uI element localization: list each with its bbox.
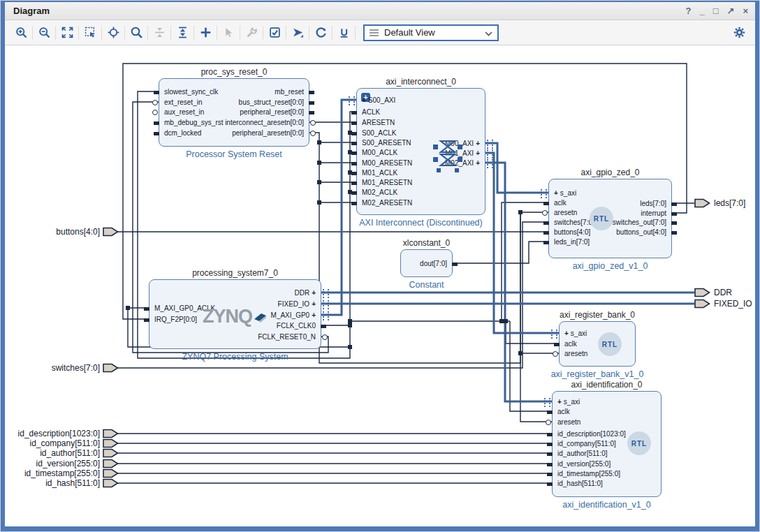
interface-pin-connector[interactable] xyxy=(323,289,329,298)
port-axi_gpio_zed_0-buttons40[interactable]: buttons[4:0] xyxy=(554,228,590,237)
port-axi_interconnect_0-aclk[interactable]: ACLK xyxy=(362,108,380,117)
external-port-id_company5110[interactable]: id_company[511:0] xyxy=(0,438,119,448)
port-proc_sys_reset_0-peripheral_aresetn00[interactable]: peripheral_aresetn[0:0] xyxy=(232,129,304,138)
pin-stub[interactable] xyxy=(543,231,549,235)
reset-pin[interactable] xyxy=(310,131,316,136)
optimize-routing-icon[interactable] xyxy=(335,24,353,42)
interface-pin-connector[interactable] xyxy=(487,159,493,168)
reset-pin[interactable] xyxy=(546,420,551,425)
interface-pin-connector[interactable] xyxy=(541,189,547,198)
settings-gear-icon[interactable] xyxy=(730,24,748,42)
external-port-ddr[interactable]: DDR xyxy=(694,288,732,297)
validate-design-icon[interactable] xyxy=(265,24,284,42)
maximize-button[interactable]: □ xyxy=(713,5,719,17)
add-ip-icon[interactable] xyxy=(196,24,214,42)
pin-stub[interactable] xyxy=(671,202,677,206)
pin-stub[interactable] xyxy=(452,263,458,266)
block-axi_interconnect_0[interactable]: axi_interconnect_0AXI Interconnect (Disc… xyxy=(356,88,485,215)
port-processing_system7_0-fclk_reset0_n[interactable]: FCLK_RESET0_N xyxy=(258,333,316,341)
interface-pin-connector[interactable] xyxy=(551,330,557,339)
pin-stub[interactable] xyxy=(321,325,326,328)
port-proc_sys_reset_0-interconnect_aresetn00[interactable]: interconnect_aresetn[0:0] xyxy=(225,119,304,127)
pin-stub[interactable] xyxy=(309,111,314,114)
pin-stub[interactable] xyxy=(154,91,159,94)
expand-hierarchy-icon[interactable] xyxy=(173,24,191,42)
port-axi_interconnect_0-m02_aclk[interactable]: M02_ACLK xyxy=(362,189,397,197)
external-port-switches70[interactable]: switches[7:0] xyxy=(0,363,119,373)
port-axi_gpio_zed_0-aresetn[interactable]: aresetn xyxy=(554,209,577,217)
expand-port-icon[interactable]: + xyxy=(312,300,316,308)
block-processing_system7_0[interactable]: processing_system7_0ZYNQ7 Processing Sys… xyxy=(149,279,321,349)
pin-icon[interactable] xyxy=(288,24,307,42)
port-processing_system7_0-irq_f2p00[interactable]: IRQ_F2P[0:0] xyxy=(154,316,197,324)
expand-port-icon[interactable]: + xyxy=(312,311,316,319)
port-axi_gpio_zed_0-aclk[interactable]: aclk xyxy=(554,199,567,207)
pin-stub[interactable] xyxy=(351,121,357,125)
pin-stub[interactable] xyxy=(351,182,357,185)
port-axi_interconnect_0-s00_aresetn[interactable]: S00_ARESETN xyxy=(362,139,411,147)
minimize-button[interactable]: _ xyxy=(699,5,704,17)
reset-pin[interactable] xyxy=(152,100,158,105)
port-proc_sys_reset_0-mb_debug_sys_rst[interactable]: mb_debug_sys_rst xyxy=(164,119,224,127)
port-axi_gpio_zed_0-interrupt[interactable]: interrupt xyxy=(641,209,666,218)
port-axi_identification_0-id_hash5110[interactable]: id_hash[511:0] xyxy=(557,480,603,488)
port-axi_interconnect_0-m01_aresetn[interactable]: M01_ARESETN xyxy=(362,179,412,187)
pin-stub[interactable] xyxy=(547,411,553,414)
external-port-id_hash5110[interactable]: id_hash[511:0] xyxy=(0,478,119,488)
zoom-in-icon[interactable] xyxy=(12,24,30,42)
port-axi_identification_0-id_description10230[interactable]: id_description[1023:0] xyxy=(557,430,626,438)
port-axi_identification_0-id_timestamp2550[interactable]: id_timestamp[255:0] xyxy=(557,470,620,478)
expand-port-icon[interactable]: + xyxy=(564,330,569,337)
expand-port-icon[interactable]: + xyxy=(476,140,480,147)
reset-pin[interactable] xyxy=(322,334,328,340)
pin-stub[interactable] xyxy=(547,482,553,486)
port-axi_interconnect_0-m00_aclk[interactable]: M00_ACLK xyxy=(362,149,397,157)
title-bar[interactable]: Diagram ?_□↗× xyxy=(5,2,755,20)
pin-stub[interactable] xyxy=(351,111,357,114)
help-button[interactable]: ? xyxy=(685,5,691,17)
port-axi_gpio_zed_0-switches_out70[interactable]: switches_out[7:0] xyxy=(613,219,666,227)
pin-stub[interactable] xyxy=(547,443,553,446)
external-port-id_description10230[interactable]: id_description[1023:0] xyxy=(0,429,119,438)
pin-stub[interactable] xyxy=(351,191,357,195)
interface-pin-connector[interactable] xyxy=(544,398,550,407)
reset-pin[interactable] xyxy=(542,210,548,216)
pin-stub[interactable] xyxy=(554,343,560,346)
pin-stub[interactable] xyxy=(351,162,357,165)
port-proc_sys_reset_0-ext_reset_in[interactable]: ext_reset_in xyxy=(164,98,202,107)
expand-port-icon[interactable]: + xyxy=(476,149,480,157)
port-proc_sys_reset_0-peripheral_reset00[interactable]: peripheral_reset[0:0] xyxy=(240,108,304,117)
block-xlconstant_0[interactable]: xlconstant_0Constantdout[7:0] xyxy=(400,249,453,277)
port-axi_register_bank_0-s_axi[interactable]: +s_axi xyxy=(564,330,587,338)
external-port-id_timestamp2550[interactable]: id_timestamp[255:0] xyxy=(0,468,119,478)
port-xlconstant_0-dout70[interactable]: dout[7:0] xyxy=(420,260,447,268)
block-axi_gpio_zed_0[interactable]: axi_gpio_zed_0axi_gpio_zed_v1_0+s_axiacl… xyxy=(548,179,672,258)
port-proc_sys_reset_0-slowest_sync_clk[interactable]: slowest_sync_clk xyxy=(164,88,218,96)
interface-pin-connector[interactable] xyxy=(323,311,329,320)
pin-stub[interactable] xyxy=(543,221,549,225)
port-axi_interconnect_0-aresetn[interactable]: ARESETN xyxy=(362,119,395,127)
close-button[interactable]: × xyxy=(743,5,748,17)
external-port-leds70[interactable]: leds[7:0] xyxy=(694,198,745,208)
port-axi_identification_0-id_version2550[interactable]: id_version[255:0] xyxy=(557,460,611,468)
external-port-id_author5110[interactable]: id_author[511:0] xyxy=(0,448,119,458)
pin-stub[interactable] xyxy=(154,121,159,125)
port-axi_register_bank_0-aclk[interactable]: aclk xyxy=(564,340,577,348)
external-port-id_version2550[interactable]: id_version[255:0] xyxy=(0,459,119,468)
pin-stub[interactable] xyxy=(547,463,553,466)
external-port-fixed_io[interactable]: FIXED_IO xyxy=(694,299,752,309)
port-axi_interconnect_0-m01_aclk[interactable]: M01_ACLK xyxy=(362,169,397,177)
pin-stub[interactable] xyxy=(309,91,314,94)
reset-pin[interactable] xyxy=(553,351,558,357)
zoom-fit-icon[interactable] xyxy=(58,24,76,42)
pin-stub[interactable] xyxy=(351,132,357,135)
port-axi_identification_0-id_company5110[interactable]: id_company[511:0] xyxy=(557,440,616,448)
pin-stub[interactable] xyxy=(547,433,553,436)
zoom-out-icon[interactable] xyxy=(35,24,53,42)
pin-stub[interactable] xyxy=(671,221,677,225)
pin-stub[interactable] xyxy=(671,212,677,216)
port-axi_interconnect_0-m00_aresetn[interactable]: M00_ARESETN xyxy=(362,159,412,168)
autofit-selection-icon[interactable] xyxy=(104,24,122,42)
pin-stub[interactable] xyxy=(351,152,357,155)
pin-stub[interactable] xyxy=(351,142,357,145)
